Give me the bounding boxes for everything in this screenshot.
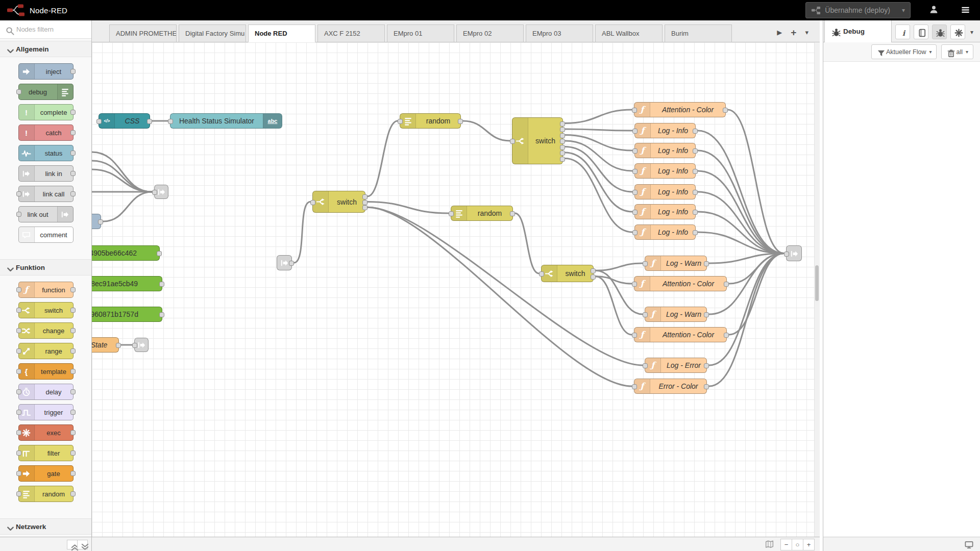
flow-canvas[interactable]: </>CSSHealth Status Simulatorabcrandomsw… (92, 42, 820, 537)
flow-node-attn2[interactable]: ƒAttention - Color (634, 276, 727, 291)
output-port[interactable] (70, 369, 76, 374)
input-port[interactable] (16, 308, 21, 313)
tab-empro-01[interactable]: EMpro 01 (387, 24, 454, 42)
flow-node-state[interactable]: State (92, 337, 119, 353)
output-port[interactable] (98, 219, 103, 224)
output-port[interactable] (693, 230, 698, 235)
help-tab-button[interactable] (914, 24, 928, 39)
input-port[interactable] (632, 210, 638, 215)
output-port[interactable] (70, 130, 76, 135)
output-port[interactable] (458, 119, 463, 124)
palette-node-delay[interactable]: delay (18, 384, 74, 400)
output-port[interactable] (704, 363, 709, 368)
input-port[interactable] (16, 328, 21, 333)
palette-node-status[interactable]: status (18, 145, 74, 161)
palette-node-switch[interactable]: switch (18, 302, 74, 318)
tab-burim[interactable]: Burim (665, 24, 732, 42)
flow-node-logerror[interactable]: ƒLog - Error (645, 358, 707, 373)
flow-node-info6[interactable]: ƒLog - Info (634, 224, 696, 240)
input-port[interactable] (632, 169, 638, 174)
input-port[interactable] (632, 129, 638, 134)
tab-abl-wallbox[interactable]: ABL Wallbox (595, 24, 663, 42)
output-port[interactable] (70, 471, 76, 476)
output-port[interactable] (560, 133, 565, 138)
debug-tab-button[interactable] (932, 24, 947, 39)
output-port[interactable] (70, 308, 76, 313)
output-port[interactable] (159, 282, 164, 287)
search-input[interactable] (15, 25, 92, 34)
wire[interactable] (368, 207, 632, 386)
input-port[interactable] (16, 410, 21, 415)
output-port[interactable] (70, 171, 76, 176)
input-port[interactable] (632, 230, 638, 235)
palette-node-catch[interactable]: !catch (18, 124, 74, 141)
flow-node-random2[interactable]: random (451, 206, 513, 221)
deploy-button[interactable]: Übernahme (deploy) ▾ (805, 2, 911, 18)
tab-digital-factory-simu[interactable]: Digital Factory Simu (179, 24, 246, 42)
tab-debug[interactable]: Debug (824, 20, 892, 42)
palette-node-comment[interactable]: comment (18, 227, 74, 243)
output-port[interactable] (116, 343, 121, 348)
flow-node-attn3[interactable]: ƒAttention - Color (634, 327, 727, 342)
input-port[interactable] (16, 450, 21, 456)
palette-section-funktion[interactable]: Funktion (0, 259, 91, 276)
input-port[interactable] (632, 384, 637, 389)
palette-node-exec[interactable]: exec (18, 424, 74, 441)
output-port[interactable] (70, 151, 76, 156)
palette-node-debug[interactable]: debug (18, 84, 74, 100)
output-port[interactable] (704, 312, 709, 317)
palette-section-allgemein[interactable]: Allgemein (0, 41, 91, 57)
output-port[interactable] (693, 148, 698, 154)
output-port[interactable] (693, 129, 698, 134)
input-port[interactable] (643, 312, 648, 317)
input-port[interactable] (398, 119, 403, 124)
palette-node-link-call[interactable]: link call (18, 186, 74, 202)
input-port[interactable] (132, 343, 137, 348)
flow-node-info4[interactable]: ƒLog - Info (634, 184, 696, 199)
palette-node-change[interactable]: change (18, 322, 74, 339)
flow-node-linkin_mid[interactable] (277, 255, 292, 270)
menu-icon[interactable] (961, 5, 971, 15)
user-icon[interactable] (929, 5, 940, 16)
wire[interactable] (565, 141, 632, 171)
flow-node-g3[interactable]: e-960871b1757d (92, 307, 162, 322)
flow-node-info1[interactable]: ƒLog - Info (634, 123, 696, 138)
palette-node-link-out[interactable]: link out (18, 206, 74, 222)
palette-section-netzwerk[interactable]: Netzwerk (0, 518, 91, 535)
zoom-reset-button[interactable]: ○ (792, 539, 803, 550)
output-port[interactable] (560, 145, 565, 150)
input-port[interactable] (310, 200, 315, 205)
input-port[interactable] (168, 119, 173, 124)
output-port[interactable] (723, 108, 728, 113)
output-port[interactable] (159, 312, 164, 317)
output-port[interactable] (70, 348, 76, 354)
monitor-icon[interactable] (964, 540, 974, 548)
output-port[interactable] (693, 169, 698, 174)
output-port[interactable] (560, 151, 565, 156)
output-port[interactable] (70, 491, 76, 496)
flow-node-linkstate[interactable] (134, 338, 149, 352)
output-port[interactable] (704, 384, 709, 389)
input-port[interactable] (632, 282, 637, 287)
input-port[interactable] (632, 190, 638, 195)
palette-node-range[interactable]: range (18, 343, 74, 359)
wire[interactable] (463, 121, 510, 141)
flow-node-logwarn2[interactable]: ƒLog - Warn (645, 307, 707, 322)
output-port[interactable] (70, 69, 76, 74)
palette-node-complete[interactable]: !complete (18, 104, 74, 120)
output-port[interactable] (157, 251, 162, 256)
palette-node-template[interactable]: {template (18, 363, 74, 380)
output-port[interactable] (289, 261, 294, 266)
input-port[interactable] (643, 363, 648, 368)
wire[interactable] (729, 254, 784, 335)
flow-node-info5[interactable]: ƒLog - Info (634, 204, 696, 219)
config-tab-button[interactable] (950, 24, 965, 39)
flow-node-g1[interactable]: 4-4905be66c462 (92, 245, 160, 261)
output-port[interactable] (70, 110, 76, 115)
wire[interactable] (92, 152, 152, 192)
flow-node-linkout_top[interactable] (154, 185, 168, 199)
flow-node-hss[interactable]: Health Status Simulatorabc (170, 113, 282, 129)
canvas-scrollbar[interactable] (814, 42, 820, 537)
input-port[interactable] (16, 471, 21, 476)
wire[interactable] (698, 131, 784, 254)
